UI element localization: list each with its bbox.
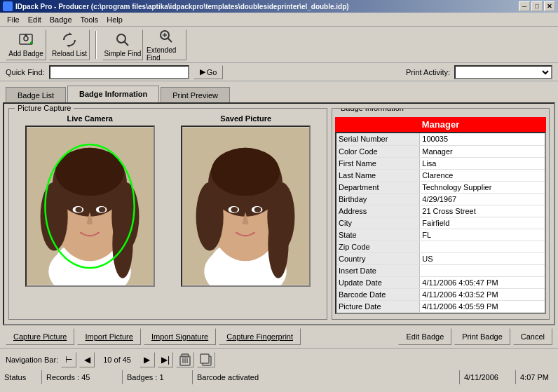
tab-badge-information[interactable]: Badge Information: [67, 86, 159, 102]
nav-copy-button[interactable]: [197, 352, 215, 367]
reload-icon: [61, 32, 78, 48]
menu-help[interactable]: Help: [102, 14, 127, 25]
nav-first-button[interactable]: ⊢: [61, 352, 76, 367]
badge-info-row: Update Date 4/11/2006 4:05:47 PM: [336, 276, 545, 288]
badge-info-header: Manager: [335, 117, 546, 132]
barcode-text: Barcode activated: [197, 373, 259, 381]
svg-line-8: [125, 42, 129, 46]
badge-field-label: Color Code: [336, 145, 420, 157]
app-icon: [3, 1, 13, 11]
toolbar-separator: [95, 31, 97, 59]
badges-text: Badges : 1: [127, 373, 164, 381]
badge-info-row: Birthday 4/29/1967: [336, 193, 545, 205]
nav-delete-button[interactable]: [176, 352, 194, 367]
print-badge-button[interactable]: Print Badge: [454, 328, 510, 345]
badge-field-label: Address: [336, 205, 420, 217]
svg-rect-46: [182, 354, 189, 357]
live-camera-image: [27, 126, 154, 287]
svg-point-26: [98, 207, 105, 212]
badge-field-value: Manager: [420, 145, 545, 157]
go-button[interactable]: ▶ Go: [193, 65, 224, 79]
svg-point-1: [24, 36, 28, 41]
nav-last-button[interactable]: ▶|: [158, 352, 173, 367]
simple-find-button[interactable]: Simple Find: [102, 29, 143, 60]
nav-bar: Navigation Bar: ⊢ ◀ 10 of 45 ▶ ▶|: [0, 348, 558, 370]
copy-icon: [200, 353, 212, 366]
quickfind-bar: Quick Find: ▶ Go Print Activity:: [0, 63, 558, 81]
status-segment-status: Status: [0, 370, 42, 384]
delete-icon: [179, 353, 191, 366]
live-camera-frame: [25, 126, 155, 287]
reload-list-label: Reload List: [52, 50, 87, 58]
close-button[interactable]: ✕: [544, 1, 555, 11]
badge-info-panel: Badge Information Manager Serial Number …: [332, 108, 550, 320]
simple-find-label: Simple Find: [104, 50, 142, 58]
badge-info-row: Color Code Manager: [336, 145, 545, 157]
badge-info-row: Address 21 Cross Street: [336, 205, 545, 217]
print-activity-select[interactable]: [454, 65, 552, 79]
menu-badge[interactable]: Badge: [46, 14, 76, 25]
badge-field-label: Insert Date: [336, 264, 420, 276]
reload-list-button[interactable]: Reload List: [49, 29, 90, 60]
print-activity-label: Print Activity:: [406, 68, 450, 76]
title-bar-controls: ─ □ ✕: [519, 1, 555, 11]
tab-badge-list[interactable]: Badge List: [6, 87, 66, 102]
capture-fingerprint-button[interactable]: Capture Fingerprint: [219, 328, 301, 345]
menu-tools[interactable]: Tools: [76, 14, 103, 25]
live-camera-column: Live Camera: [25, 114, 155, 287]
menu-bar: File Edit Badge Tools Help: [0, 13, 558, 27]
status-bar: Status Records : 45 Badges : 1 Barcode a…: [0, 370, 558, 384]
svg-rect-48: [200, 354, 209, 363]
tabs: Badge List Badge Information Print Previ…: [0, 81, 558, 102]
svg-point-7: [117, 34, 125, 43]
badge-field-value: 100035: [420, 133, 545, 145]
menu-edit[interactable]: Edit: [24, 14, 46, 25]
badge-field-label: Picture Date: [336, 300, 420, 312]
import-signature-button[interactable]: Import Signature: [144, 328, 216, 345]
svg-point-25: [75, 207, 82, 212]
badge-field-label: Barcode Date: [336, 288, 420, 300]
badge-field-value: 21 Cross Street: [420, 205, 545, 217]
badge-info-row: Department Technology Supplier: [336, 181, 545, 193]
nav-prev-button[interactable]: ◀: [79, 352, 95, 367]
quickfind-input[interactable]: [49, 65, 189, 79]
tab-print-preview[interactable]: Print Preview: [161, 87, 230, 102]
extended-find-button[interactable]: Extended Find: [146, 29, 186, 60]
picture-panel: Picture Capture Live Camera: [8, 108, 327, 320]
badge-info-row: First Name Lisa: [336, 157, 545, 169]
badge-info-scroll[interactable]: Serial Number 100035 Color Code Manager …: [335, 132, 546, 314]
badge-field-label: Zip Code: [336, 241, 420, 252]
nav-next-button[interactable]: ▶: [140, 352, 155, 367]
edit-badge-button[interactable]: Edit Badge: [398, 328, 451, 345]
badge-info-row: Zip Code: [336, 241, 545, 252]
minimize-button[interactable]: ─: [519, 1, 530, 11]
menu-file[interactable]: File: [3, 14, 24, 25]
svg-point-20: [40, 182, 67, 251]
import-picture-button[interactable]: Import Picture: [77, 328, 140, 345]
svg-point-41: [254, 207, 261, 212]
badge-info-row: Country US: [336, 252, 545, 264]
saved-picture-column: Saved Picture: [181, 114, 311, 287]
toolbar: Add Badge Reload List Simple Find: [0, 27, 558, 63]
cancel-button[interactable]: Cancel: [513, 328, 552, 345]
go-arrow-icon: ▶: [200, 67, 205, 76]
maximize-button[interactable]: □: [531, 1, 543, 11]
status-segment-date: 4/11/2006: [460, 370, 516, 384]
badge-field-label: Birthday: [336, 193, 420, 205]
add-badge-button[interactable]: Add Badge: [6, 29, 46, 60]
badge-field-label: Country: [336, 252, 420, 264]
status-segment-barcode: Barcode activated: [193, 370, 460, 384]
badge-info-panel-title: Badge Information: [338, 108, 407, 112]
badge-info-row: Serial Number 100035: [336, 133, 545, 145]
badge-field-value: Technology Supplier: [420, 181, 545, 193]
picture-columns: Live Camera: [12, 111, 324, 287]
badge-field-label: Serial Number: [336, 133, 420, 145]
records-text: Records : 45: [46, 373, 90, 381]
badge-info-row: Insert Date: [336, 264, 545, 276]
badge-field-value: Fairfield: [420, 217, 545, 229]
badge-field-value: 4/11/2006 4:03:52 PM: [420, 288, 545, 300]
badge-field-value: 4/11/2006 4:05:59 PM: [420, 300, 545, 312]
capture-picture-button[interactable]: Capture Picture: [6, 328, 74, 345]
badge-field-value: [420, 241, 545, 252]
svg-point-22: [112, 210, 132, 278]
